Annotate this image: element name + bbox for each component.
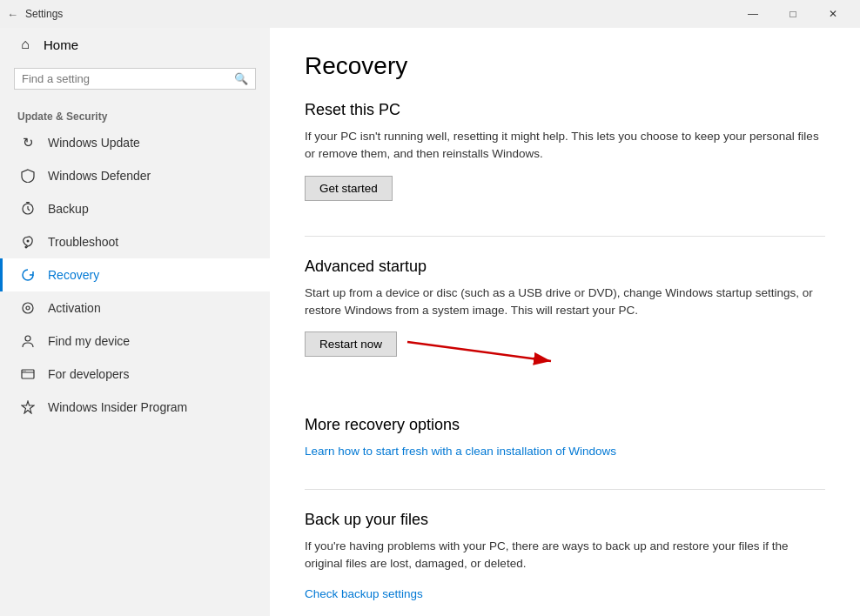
svg-point-8	[24, 371, 24, 372]
annotation-arrow	[399, 325, 573, 368]
sidebar-item-label: Windows Insider Program	[48, 400, 187, 414]
sidebar-item-backup[interactable]: Backup	[0, 192, 270, 225]
svg-point-2	[27, 240, 30, 243]
sidebar-item-label: Windows Defender	[48, 169, 151, 183]
sidebar-item-windows-insider[interactable]: Windows Insider Program	[0, 391, 270, 424]
reset-pc-title: Reset this PC	[305, 101, 825, 119]
sidebar-item-windows-defender[interactable]: Windows Defender	[0, 159, 270, 192]
sidebar-section-label: Update & Security	[0, 104, 270, 126]
close-button[interactable]: ✕	[813, 0, 853, 28]
sidebar-item-label: Backup	[48, 202, 89, 216]
divider-1	[305, 236, 825, 237]
app-body: ⌂ Home 🔍 Update & Security ↻ Windows Upd…	[0, 28, 860, 616]
troubleshoot-icon	[20, 234, 36, 250]
svg-line-12	[407, 342, 551, 361]
maximize-button[interactable]: □	[773, 0, 813, 28]
search-input[interactable]	[22, 72, 234, 85]
advanced-startup-title: Advanced startup	[305, 258, 825, 276]
svg-point-3	[23, 303, 33, 313]
title-bar: ← Settings — □ ✕	[0, 0, 860, 28]
divider-2	[305, 489, 825, 490]
sidebar-item-label: Activation	[48, 301, 101, 315]
home-icon: ⌂	[17, 37, 33, 52]
sidebar-item-for-developers[interactable]: For developers	[0, 358, 270, 391]
home-button[interactable]: ⌂ Home	[0, 28, 270, 61]
windows-defender-icon	[20, 168, 36, 184]
minimize-button[interactable]: —	[733, 0, 773, 28]
backup-icon	[20, 201, 36, 217]
sidebar-item-label: Troubleshoot	[48, 235, 118, 249]
svg-point-9	[25, 371, 26, 372]
title-bar-title: Settings	[25, 8, 63, 20]
advanced-startup-text: Start up from a device or disc (such as …	[305, 285, 825, 320]
title-bar-left: ← Settings	[7, 8, 63, 21]
backup-files-text: If you're having problems with your PC, …	[305, 538, 825, 573]
recovery-icon	[20, 267, 36, 283]
sidebar: ⌂ Home 🔍 Update & Security ↻ Windows Upd…	[0, 28, 270, 616]
svg-point-5	[25, 336, 30, 341]
for-developers-icon	[20, 366, 36, 382]
sidebar-item-label: Find my device	[48, 334, 130, 348]
sidebar-item-find-my-device[interactable]: Find my device	[0, 325, 270, 358]
sidebar-item-recovery[interactable]: Recovery	[0, 258, 270, 291]
page-title: Recovery	[305, 52, 825, 80]
sidebar-item-label: For developers	[48, 367, 129, 381]
back-icon[interactable]: ←	[7, 8, 18, 21]
sidebar-item-label: Recovery	[48, 268, 99, 282]
backup-files-title: Back up your files	[305, 511, 825, 529]
restart-now-button[interactable]: Restart now	[305, 331, 397, 357]
windows-update-icon: ↻	[20, 135, 36, 151]
sidebar-item-activation[interactable]: Activation	[0, 291, 270, 325]
get-started-button[interactable]: Get started	[305, 176, 393, 201]
check-backup-link[interactable]: Check backup settings	[305, 587, 423, 600]
more-recovery-title: More recovery options	[305, 416, 825, 434]
activation-icon	[20, 300, 36, 316]
clean-install-link[interactable]: Learn how to start fresh with a clean in…	[305, 445, 616, 458]
content-area: Recovery Reset this PC If your PC isn't …	[270, 28, 860, 616]
find-my-device-icon	[20, 333, 36, 349]
reset-pc-text: If your PC isn't running well, resetting…	[305, 128, 825, 164]
search-box: 🔍	[14, 68, 256, 90]
sidebar-item-windows-update[interactable]: ↻ Windows Update	[0, 126, 270, 159]
sidebar-item-label: Windows Update	[48, 136, 140, 150]
search-icon: 🔍	[234, 72, 248, 85]
title-bar-controls: — □ ✕	[733, 0, 853, 28]
windows-insider-icon	[20, 399, 36, 415]
svg-marker-10	[22, 401, 34, 413]
svg-point-4	[26, 306, 30, 310]
restart-button-wrapper: Restart now	[305, 331, 397, 357]
sidebar-item-troubleshoot[interactable]: Troubleshoot	[0, 225, 270, 258]
home-label: Home	[44, 37, 78, 52]
